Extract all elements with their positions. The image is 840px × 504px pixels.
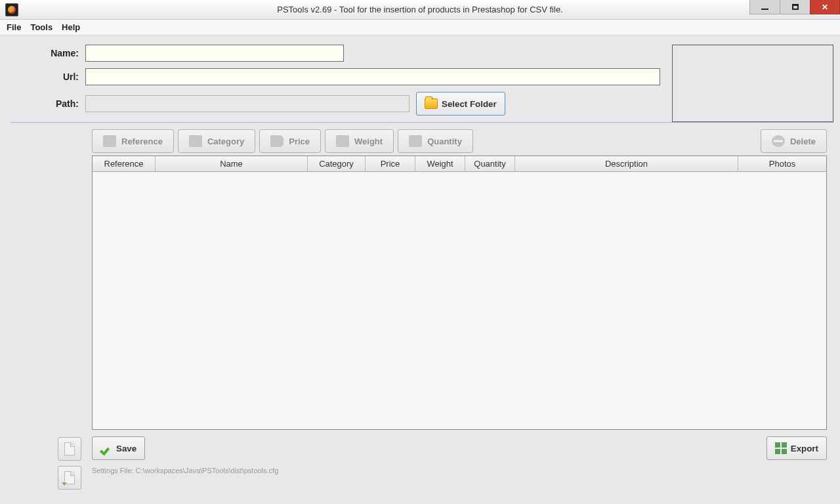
app-icon [5,3,18,16]
quantity-label: Quantity [427,136,462,146]
path-input [85,95,410,112]
close-icon [822,3,828,12]
delete-button[interactable]: Delete [761,129,827,153]
price-label: Price [289,136,310,146]
paste-button[interactable] [58,466,81,490]
reference-button[interactable]: Reference [92,129,174,153]
close-button[interactable] [810,0,840,14]
copy-button[interactable] [58,437,81,461]
copy-icon [64,442,75,455]
delete-icon [772,135,785,147]
folder-icon [425,98,438,109]
minimize-button[interactable] [749,0,780,14]
menu-help[interactable]: Help [62,22,80,32]
th-description[interactable]: Description [515,156,738,171]
category-label: Category [207,136,244,146]
name-input[interactable] [85,45,344,62]
preview-box [672,45,833,122]
weight-button[interactable]: Weight [325,129,394,153]
content-area: Name: Url: Path: Select Folder Reference… [0,35,840,504]
th-reference[interactable]: Reference [93,156,156,171]
select-folder-button[interactable]: Select Folder [416,92,505,116]
toolbar-spacer [477,129,757,153]
save-label: Save [116,444,136,453]
maximize-icon [792,4,799,10]
delete-label: Delete [790,136,816,146]
th-weight[interactable]: Weight [415,156,465,171]
category-button[interactable]: Category [178,129,255,153]
product-table: Reference Name Category Price Weight Qua… [92,156,827,430]
weight-label: Weight [354,136,383,146]
bottom-actions: Save Export [92,436,827,460]
weight-icon [336,135,349,147]
side-buttons [58,437,81,490]
quantity-button[interactable]: Quantity [398,129,473,153]
price-button[interactable]: Price [259,129,321,153]
window-controls [749,0,840,17]
quantity-icon [409,135,422,147]
table-header-row: Reference Name Category Price Weight Qua… [93,156,826,172]
url-input[interactable] [85,68,660,85]
export-icon [775,442,787,454]
separator [10,122,833,123]
reference-icon [103,135,116,147]
menu-file[interactable]: File [7,22,21,32]
minimize-icon [761,9,768,10]
check-icon [100,444,112,453]
th-name[interactable]: Name [156,156,308,171]
status-text: Settings File: C:\workspaces\Java\PSTool… [92,467,833,474]
th-photos[interactable]: Photos [738,156,826,171]
export-label: Export [791,444,818,453]
paste-icon [64,471,75,484]
select-folder-label: Select Folder [442,99,497,109]
price-icon [270,135,284,147]
menu-bar: File Tools Help [0,20,840,35]
category-icon [189,135,202,147]
toolbar: Reference Category Price Weight Quantity… [92,129,827,153]
save-button[interactable]: Save [92,436,145,460]
th-quantity[interactable]: Quantity [465,156,515,171]
maximize-button[interactable] [780,0,810,14]
path-label: Path: [7,98,85,109]
window-title: PSTools v2.69 - Tool for the insertion o… [277,5,562,14]
menu-tools[interactable]: Tools [30,22,52,32]
url-label: Url: [7,72,85,82]
reference-label: Reference [121,136,163,146]
name-label: Name: [7,48,85,58]
th-category[interactable]: Category [308,156,366,171]
th-price[interactable]: Price [366,156,415,171]
export-button[interactable]: Export [766,436,827,460]
title-bar: PSTools v2.69 - Tool for the insertion o… [0,0,840,20]
